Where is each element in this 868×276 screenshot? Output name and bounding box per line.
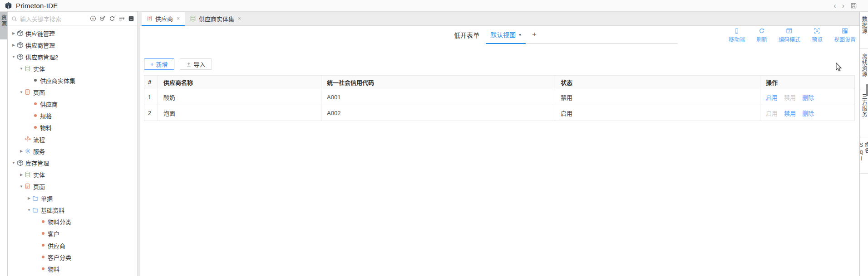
tree-item-label: 单据	[41, 194, 53, 203]
tree-item-供应商[interactable]: 供应商	[8, 98, 137, 110]
tree-item-库存管理[interactable]: ▼库存管理	[8, 157, 137, 169]
editor-tab-供应商实体集[interactable]: 供应商实体集×	[185, 12, 246, 25]
chevron-collapsed-icon[interactable]: ▶	[10, 43, 17, 47]
column-header-供应商名称: 供应商名称	[158, 76, 321, 89]
tree-item-label: 供应商	[48, 241, 65, 250]
doc-dark-icon[interactable]	[128, 15, 134, 22]
row-index: 1	[144, 89, 158, 105]
action-移动端[interactable]: 移动端	[729, 27, 745, 43]
resource-sidebar: 输入关键字搜索 AI ▶供应链管理▶供应商管理▼供应商管理2▼实体供应商实体集▼…	[8, 12, 137, 276]
new-module-icon[interactable]	[99, 15, 106, 22]
right-strip-scroll-thumb[interactable]	[866, 84, 868, 96]
supplier-table: #供应商名称统一社会信用代码状态操作 1酸奶A001禁用启用禁用删除2泡面A00…	[144, 75, 855, 121]
chevron-expanded-icon[interactable]: ▼	[18, 67, 25, 71]
mobile-icon	[734, 27, 740, 34]
tree-item-实体[interactable]: ▼实体	[8, 63, 137, 74]
tree-item-物料[interactable]: 物料	[8, 263, 137, 275]
sidebar-scrollbar[interactable]	[137, 12, 140, 276]
close-icon[interactable]: ×	[238, 15, 241, 22]
tree-item-label: 供应链管理	[25, 29, 55, 38]
ai-icon[interactable]: AI	[90, 15, 96, 22]
chevron-expanded-icon[interactable]: ▼	[18, 184, 25, 189]
tree-item-label: 物料	[40, 123, 52, 132]
import-button[interactable]: 导入	[180, 58, 212, 70]
tree-item-页面[interactable]: ▼页面	[8, 86, 137, 98]
orange-bullet-icon	[42, 244, 44, 247]
action-label: 视图设置	[834, 35, 856, 43]
tree-item-供应商[interactable]: 供应商	[8, 239, 137, 251]
tree-item-label: 流程	[33, 135, 45, 144]
resource-tree: ▶供应链管理▶供应商管理▼供应商管理2▼实体供应商实体集▼页面供应商规格物料流程…	[8, 26, 137, 276]
right-panel-strip: 数据源离线资源三方服务命名Sql	[859, 12, 868, 276]
tree-item-流程[interactable]: 流程	[8, 133, 137, 145]
orange-bullet-icon	[34, 102, 37, 105]
tree-item-label: 页面	[33, 182, 45, 191]
view-settings-icon	[842, 27, 848, 34]
tree-item-物料分类[interactable]: 物料分类	[8, 216, 137, 228]
search-icon	[11, 16, 17, 22]
editor-tab-label: 供应商	[155, 14, 173, 23]
save-icon[interactable]	[850, 2, 857, 9]
right-panel-tab-离线资源[interactable]: 离线资源	[860, 49, 868, 89]
tree-item-单据[interactable]: ▶单据	[8, 192, 137, 204]
right-panel-tab-命名Sql[interactable]: 命名Sql	[860, 137, 868, 174]
flow-icon	[25, 136, 33, 142]
page-icon	[25, 89, 33, 95]
tree-item-页面[interactable]: ▼页面	[8, 180, 137, 192]
op-删除-link[interactable]: 删除	[802, 110, 814, 117]
editor-tab-供应商[interactable]: 供应商×	[142, 12, 185, 26]
back-icon[interactable]: ‹	[833, 2, 836, 10]
refresh-blue-icon	[759, 27, 765, 34]
add-button[interactable]: + 新增	[144, 58, 174, 70]
chevron-expanded-icon[interactable]: ▼	[18, 90, 25, 94]
chevron-collapsed-icon[interactable]: ▶	[18, 173, 25, 177]
tree-item-物料[interactable]: 物料	[8, 121, 137, 133]
chevron-collapsed-icon[interactable]: ▶	[10, 31, 17, 35]
column-header-操作: 操作	[760, 76, 855, 89]
tree-item-规格[interactable]: 规格	[8, 110, 137, 121]
package-icon	[17, 30, 25, 37]
op-启用-link[interactable]: 启用	[766, 94, 778, 101]
chevron-expanded-icon[interactable]: ▼	[10, 161, 17, 165]
tree-item-客户分类[interactable]: 客户分类	[8, 251, 137, 263]
upload-icon	[186, 62, 192, 67]
op-删除-link[interactable]: 删除	[802, 94, 814, 101]
op-禁用-link[interactable]: 禁用	[784, 110, 796, 117]
right-panel-tab-三方服务[interactable]: 三方服务	[860, 89, 868, 137]
action-预览[interactable]: 预览	[812, 27, 823, 43]
chevron-collapsed-icon[interactable]: ▶	[18, 149, 25, 153]
action-视图设置[interactable]: 视图设置	[834, 27, 856, 43]
activity-tab-resources[interactable]: 资源	[0, 12, 7, 39]
chevron-collapsed-icon[interactable]: ▶	[26, 196, 32, 200]
tree-item-供应商管理2[interactable]: ▼供应商管理2	[8, 51, 137, 63]
tree-item-供应商实体集[interactable]: 供应商实体集	[8, 74, 137, 86]
tree-item-供应链管理[interactable]: ▶供应链管理	[8, 27, 137, 39]
chevron-expanded-icon[interactable]: ▼	[10, 55, 17, 59]
refresh-icon[interactable]	[109, 15, 115, 22]
editor-tab-label: 供应商实体集	[199, 15, 234, 23]
chevron-expanded-icon[interactable]: ▼	[26, 208, 32, 212]
tree-item-服务[interactable]: ▶服务	[8, 145, 137, 157]
search-input[interactable]: 输入关键字搜索	[20, 15, 90, 23]
close-icon[interactable]: ×	[177, 15, 180, 22]
action-编码模式[interactable]: 编码模式	[779, 27, 800, 43]
status-text: 启用	[555, 105, 760, 121]
view-toolbar: 低开表单 默认视图 ▾ + 移动端刷新编码模式预览视图设置	[140, 26, 859, 45]
lowcode-form-label[interactable]: 低开表单	[454, 26, 479, 44]
tree-item-客户[interactable]: 客户	[8, 228, 137, 239]
search-bar[interactable]: 输入关键字搜索 AI	[8, 12, 137, 26]
tree-item-label: 基础资料	[41, 206, 64, 214]
tree-item-供应商管理[interactable]: ▶供应商管理	[8, 39, 137, 51]
tree-item-基础资料[interactable]: ▼基础资料	[8, 204, 137, 216]
gear-icon	[25, 148, 33, 154]
orange-bullet-icon	[42, 256, 44, 258]
forward-icon[interactable]: ›	[842, 2, 844, 10]
tree-item-label: 物料	[48, 265, 59, 273]
collapse-all-icon[interactable]	[118, 15, 125, 22]
editor-tab-bar: 供应商×供应商实体集×	[140, 12, 859, 26]
action-刷新[interactable]: 刷新	[756, 27, 767, 43]
tree-item-实体[interactable]: ▶实体	[8, 169, 137, 180]
tab-default-view[interactable]: 默认视图 ▾	[486, 26, 526, 44]
add-view-button[interactable]: +	[526, 26, 543, 43]
right-panel-tab-数据源[interactable]: 数据源	[860, 12, 868, 49]
